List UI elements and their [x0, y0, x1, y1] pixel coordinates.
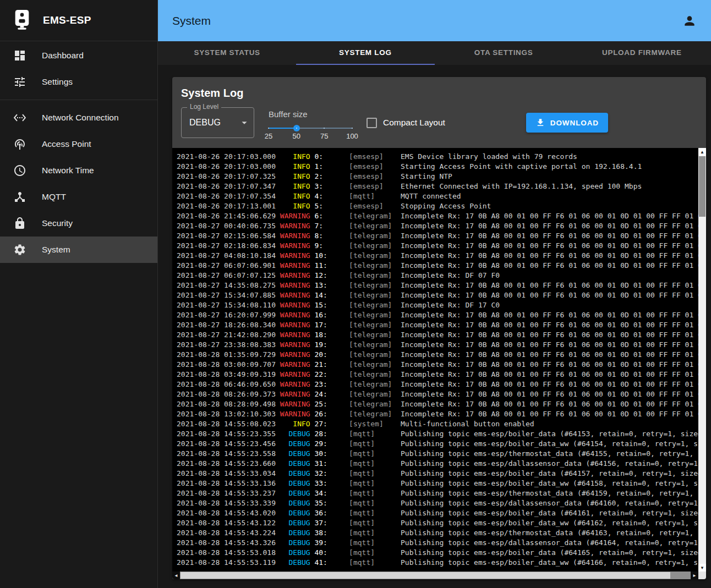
card-title: System Log: [172, 77, 706, 102]
dashboard-icon: [13, 49, 26, 62]
ethernet-icon: [13, 111, 26, 124]
slider-mark-label: 75: [320, 132, 328, 140]
chevron-down-icon: [238, 117, 250, 129]
buffer-size-label: Buffer size: [269, 109, 352, 119]
log-line: 2021-08-28 08:26:09.373 WARNING 24: [tel…: [177, 389, 698, 399]
person-icon[interactable]: [682, 14, 697, 28]
log-line: 2021-08-28 08:28:09.498 WARNING 25: [tel…: [177, 399, 698, 409]
log-line: 2021-08-28 14:55:43.122 DEBUG 37: [mqtt]…: [177, 518, 698, 528]
buffer-size-slider[interactable]: 255075100: [269, 124, 352, 132]
slider-mark-dot: [296, 128, 297, 129]
log-line: 2021-08-27 23:38:08.383 WARNING 19: [tel…: [177, 340, 698, 350]
log-line: 2021-08-26 20:17:07.354 INFO 4: [mqtt] M…: [177, 191, 698, 201]
log-terminal: 2021-08-26 20:17:03.000 INFO 0: [emsesp]…: [172, 148, 706, 579]
log-line: 2021-08-27 21:42:08.290 WARNING 18: [tel…: [177, 330, 698, 340]
tab-system-status[interactable]: SYSTEM STATUS: [158, 41, 296, 65]
download-icon: [535, 118, 545, 128]
download-button[interactable]: DOWNLOAD: [526, 113, 608, 133]
tabbar: SYSTEM STATUSSYSTEM LOGOTA SETTINGSUPLOA…: [158, 41, 711, 65]
sidebar-item-label: Network Connection: [42, 113, 119, 123]
log-line: 2021-08-26 20:17:07.325 INFO 2: [emsesp]…: [177, 172, 698, 182]
page-title: System: [172, 14, 211, 28]
log-line: 2021-08-28 14:55:33.034 DEBUG 32: [mqtt]…: [177, 469, 698, 479]
sidebar-item-system[interactable]: System: [0, 237, 157, 263]
content: System Log Log Level DEBUG Buffer size: [158, 65, 711, 588]
tab-system-log[interactable]: SYSTEM LOG: [296, 41, 434, 65]
sidebar-header: EMS-ESP: [0, 0, 157, 41]
scroll-down-arrow-icon[interactable]: ▼: [698, 564, 706, 571]
download-button-label: DOWNLOAD: [550, 119, 599, 127]
log-line: 2021-08-28 06:46:09.650 WARNING 23: [tel…: [177, 380, 698, 389]
horizontal-scrollbar[interactable]: ◄ ►: [172, 571, 698, 579]
tune-icon: [13, 75, 26, 89]
log-line: 2021-08-28 14:55:53.119 DEBUG 41: [mqtt]…: [177, 558, 698, 568]
vertical-scrollbar[interactable]: ▲ ▼: [698, 148, 706, 571]
log-line: 2021-08-28 03:49:09.319 WARNING 22: [tel…: [177, 370, 698, 380]
sidebar-item-network-time[interactable]: Network Time: [0, 157, 157, 184]
sidebar-item-access-point[interactable]: Access Point: [0, 131, 157, 157]
main-area: System SYSTEM STATUSSYSTEM LOGOTA SETTIN…: [158, 0, 711, 588]
log-line: 2021-08-26 21:45:06.629 WARNING 6: [tele…: [177, 211, 698, 221]
compact-layout-toggle[interactable]: Compact Layout: [367, 118, 445, 128]
sidebar-item-label: Settings: [42, 77, 73, 87]
sidebar-item-label: System: [42, 245, 70, 255]
log-line: 2021-08-26 20:17:07.347 INFO 3: [emsesp]…: [177, 182, 698, 191]
scroll-up-arrow-icon[interactable]: ▲: [698, 148, 706, 156]
log-line: 2021-08-26 20:17:13.001 INFO 5: [emsesp]…: [177, 201, 698, 211]
log-line: 2021-08-27 04:08:10.184 WARNING 10: [tel…: [177, 251, 698, 261]
log-line: 2021-08-28 14:55:33.339 DEBUG 35: [mqtt]…: [177, 498, 698, 508]
log-line: 2021-08-27 18:26:08.340 WARNING 17: [tel…: [177, 320, 698, 330]
log-line: 2021-08-27 06:07:07.125 WARNING 12: [tel…: [177, 271, 698, 281]
log-line: 2021-08-26 20:17:03.000 INFO 1: [emsesp]…: [177, 162, 698, 172]
wifi-tethering-icon: [13, 138, 26, 151]
sidebar-item-label: MQTT: [42, 192, 66, 202]
tab-upload-firmware[interactable]: UPLOAD FIRMWARE: [573, 41, 711, 65]
checkbox-icon[interactable]: [367, 118, 377, 128]
log-line: 2021-08-28 14:55:53.018 DEBUG 40: [mqtt]…: [177, 548, 698, 558]
slider-mark-label: 100: [346, 132, 358, 140]
log-level-label: Log Level: [187, 103, 221, 111]
system-log-card: System Log Log Level DEBUG Buffer size: [172, 77, 706, 579]
appbar: System: [158, 0, 711, 41]
log-line: 2021-08-27 16:20:07.999 WARNING 16: [tel…: [177, 310, 698, 320]
sidebar-item-dashboard[interactable]: Dashboard: [0, 42, 157, 69]
log-line: 2021-08-28 14:55:43.020 DEBUG 36: [mqtt]…: [177, 508, 698, 518]
app-root: EMS-ESP DashboardSettingsNetwork Connect…: [0, 0, 711, 588]
sidebar-item-label: Network Time: [42, 166, 94, 175]
log-level-value: DEBUG: [189, 118, 221, 128]
log-line: 2021-08-27 02:15:06.584 WARNING 8: [tele…: [177, 231, 698, 241]
slider-mark-dot: [268, 128, 269, 129]
tab-ota-settings[interactable]: OTA SETTINGS: [435, 41, 573, 65]
scrollbar-corner: [698, 571, 706, 579]
vertical-scroll-thumb[interactable]: [699, 156, 705, 217]
log-line: 2021-08-28 14:55:43.224 DEBUG 38: [mqtt]…: [177, 528, 698, 538]
slider-mark-dot: [324, 128, 325, 129]
sidebar-item-label: Dashboard: [42, 51, 84, 61]
sidebar: EMS-ESP DashboardSettingsNetwork Connect…: [0, 0, 158, 588]
scroll-right-arrow-icon[interactable]: ►: [691, 571, 698, 579]
compact-layout-label: Compact Layout: [383, 118, 445, 128]
slider-mark-dot: [352, 128, 353, 129]
sidebar-item-network-connection[interactable]: Network Connection: [0, 105, 157, 131]
log-line: 2021-08-28 13:02:10.303 WARNING 26: [tel…: [177, 409, 698, 419]
log-line: 2021-08-27 15:34:08.110 WARNING 15: [tel…: [177, 300, 698, 310]
log-line: 2021-08-28 14:55:43.326 DEBUG 39: [mqtt]…: [177, 538, 698, 548]
log-line: 2021-08-27 06:07:06.901 WARNING 11: [tel…: [177, 261, 698, 271]
log-line: 2021-08-28 14:55:23.558 DEBUG 30: [mqtt]…: [177, 449, 698, 459]
log-line: 2021-08-27 02:18:06.834 WARNING 9: [tele…: [177, 241, 698, 251]
sidebar-item-label: Security: [42, 218, 73, 228]
sidebar-item-settings[interactable]: Settings: [0, 69, 157, 95]
sidebar-item-security[interactable]: Security: [0, 210, 157, 237]
log-level-select[interactable]: Log Level DEBUG: [181, 107, 254, 138]
log-line: 2021-08-28 14:55:33.237 DEBUG 34: [mqtt]…: [177, 488, 698, 498]
sidebar-item-label: Access Point: [42, 139, 91, 149]
sidebar-item-mqtt[interactable]: MQTT: [0, 184, 157, 210]
log-line: 2021-08-27 15:34:07.885 WARNING 14: [tel…: [177, 290, 698, 300]
clock-icon: [13, 164, 26, 177]
buffer-size-group: Buffer size 255075100: [269, 109, 352, 132]
scroll-left-arrow-icon[interactable]: ◄: [172, 571, 180, 579]
horizontal-scroll-thumb[interactable]: [181, 572, 670, 579]
log-line: 2021-08-28 14:55:33.136 DEBUG 33: [mqtt]…: [177, 479, 698, 488]
lock-icon: [13, 217, 26, 230]
sidebar-divider: [0, 100, 157, 100]
